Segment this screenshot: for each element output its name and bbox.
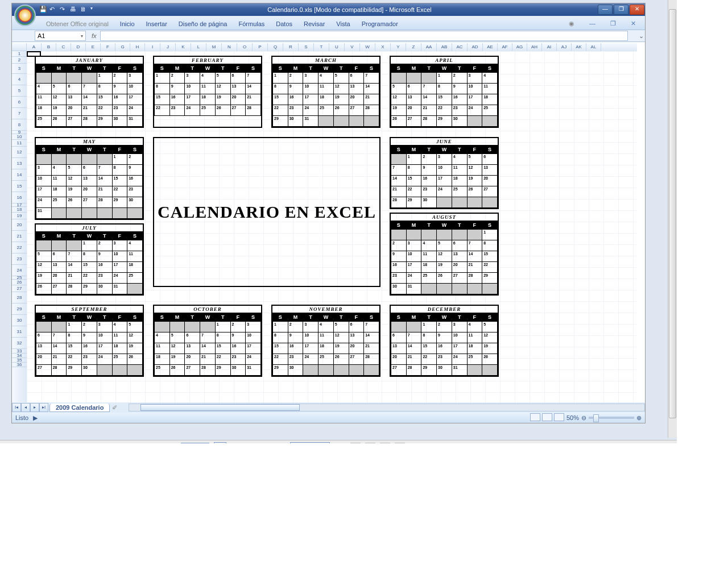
month-feb: FEBRUARYSMTWTFS1234567891011121314151617… — [153, 56, 262, 128]
row-headers[interactable]: 1234567891011121314151617181920212223242… — [12, 51, 27, 402]
zoom-level[interactable]: 50% — [566, 414, 579, 421]
sheet-prev-icon[interactable]: ◂ — [21, 403, 30, 412]
maximize-button[interactable]: ❐ — [614, 5, 628, 15]
office-button[interactable] — [14, 5, 36, 26]
zoom-slider[interactable] — [589, 417, 634, 419]
nav-fwd-icon[interactable]: ➡ — [275, 443, 286, 444]
month-dec: DECEMBERSMTWTFS1234567891011121314151617… — [390, 305, 499, 377]
view-cont-facing-icon[interactable] — [395, 443, 405, 444]
outer-vscroll[interactable] — [668, 0, 677, 438]
month-apr: APRILSMTWTFS1234567891011121314151617181… — [390, 56, 499, 128]
view-buttons — [530, 413, 564, 422]
undo-icon[interactable]: ↶ — [49, 6, 57, 14]
month-sep: SEPTEMBERSMTWTFS123456789101112131415161… — [35, 305, 144, 377]
nav-back-icon[interactable]: ⬅ — [260, 443, 271, 444]
fx-icon[interactable]: fx — [88, 32, 100, 39]
month-jun: JUNESMTWTFS12345678910111213141516171819… — [390, 137, 499, 209]
qat-dropdown-icon[interactable]: ▾ — [90, 6, 98, 14]
month-aug: AUGUSTSMTWTFS123456789101112131415161718… — [390, 213, 499, 296]
viewer-nav-bar: I◂ ◂ ▸ ▸I ⬅ ➡ 117.71% Size: [11.00 * 8.5… — [0, 440, 677, 443]
tab-vista[interactable]: Vista — [330, 18, 355, 30]
zoom-out-icon[interactable]: ⊖ — [581, 414, 586, 422]
view-pagebreak-icon[interactable] — [554, 413, 564, 421]
sheet-next-icon[interactable]: ▸ — [30, 403, 39, 412]
view-layout-icon[interactable] — [542, 413, 552, 421]
status-text: Listo — [15, 414, 28, 421]
month-oct: OCTOBERSMTWTFS12345678910111213141516171… — [153, 305, 262, 377]
sheet-nav: I◂ ◂ ▸ ▸I — [12, 403, 48, 412]
page-next-icon[interactable]: ▸ — [231, 443, 241, 444]
formula-expand-icon[interactable]: ⌄ — [637, 32, 645, 40]
tab-revisar[interactable]: Revisar — [298, 18, 330, 30]
view-cont-icon[interactable] — [365, 443, 375, 444]
print-icon[interactable]: 🖶 — [70, 6, 78, 14]
page-last-icon[interactable]: ▸I — [246, 443, 256, 444]
doc-restore-icon[interactable]: ❐ — [605, 18, 622, 30]
sheet-tab[interactable]: 2009 Calendario — [49, 404, 110, 412]
tab-programador[interactable]: Programador — [356, 18, 404, 30]
formula-bar: A1 fx ⌄ — [12, 30, 645, 42]
ribbon-tabs: Obtener Office original Inicio Insertar … — [12, 16, 645, 30]
calendar-content: JANUARYSMTWTFS12345678910111213141516171… — [27, 51, 637, 377]
select-all-box[interactable] — [12, 43, 27, 51]
redo-icon[interactable]: ↷ — [60, 6, 68, 14]
sheet-last-icon[interactable]: ▸I — [39, 403, 48, 412]
month-mar: MARCHSMTWTFS1234567891011121314151617181… — [271, 56, 380, 128]
view-facing-icon[interactable] — [380, 443, 390, 444]
excel-window: 💾 ↶ ↷ 🖶 🗎 ▾ Calendario.0.xls [Modo de co… — [11, 3, 646, 423]
help-icon[interactable]: ◉ — [563, 18, 580, 30]
view-normal-icon[interactable] — [530, 413, 540, 421]
sheet-first-icon[interactable]: I◂ — [12, 403, 21, 412]
page-first-icon[interactable]: I◂ — [151, 443, 162, 444]
page-select[interactable] — [214, 442, 226, 444]
formula-input[interactable] — [100, 31, 628, 41]
status-bar: Listo ▶ 50% ⊖ ⊕ — [12, 413, 645, 423]
column-headers[interactable]: ABCDEFGHIJKLMNOPQRSTUVWXYZAAABACADAEAFAG… — [27, 43, 637, 51]
minimize-button[interactable]: — — [598, 5, 613, 15]
tab-diseno[interactable]: Diseño de página — [173, 18, 233, 30]
doc-close-icon[interactable]: ✕ — [625, 18, 642, 30]
name-box[interactable]: A1 — [35, 31, 86, 41]
page-viewer: 💾 ↶ ↷ 🖶 🗎 ▾ Calendario.0.xls [Modo de co… — [0, 0, 677, 443]
view-single-icon[interactable] — [350, 443, 361, 444]
month-may: MAYSMTWTFS123456789101112131415161718192… — [35, 137, 144, 220]
office-original-link[interactable]: Obtener Office original — [40, 18, 114, 30]
month-jan: JANUARYSMTWTFS12345678910111213141516171… — [35, 56, 144, 128]
doc-minimize-icon[interactable]: — — [584, 18, 601, 30]
macro-icon[interactable]: ▶ — [33, 414, 38, 422]
month-nov: NOVEMBERSMTWTFS1234567891011121314151617… — [271, 305, 380, 377]
tab-formulas[interactable]: Fórmulas — [233, 18, 270, 30]
save-icon[interactable]: 💾 — [39, 6, 47, 14]
page-input[interactable] — [181, 443, 209, 444]
page-prev-icon[interactable]: ◂ — [166, 443, 176, 444]
month-jul: JULYSMTWTFS12345678910111213141516171819… — [35, 223, 144, 296]
zoom-select[interactable]: 117.71% — [290, 442, 330, 444]
tab-datos[interactable]: Datos — [270, 18, 298, 30]
tab-inicio[interactable]: Inicio — [114, 18, 140, 30]
titlebar: 💾 ↶ ↷ 🖶 🗎 ▾ Calendario.0.xls [Modo de co… — [12, 3, 645, 16]
grid[interactable]: JANUARYSMTWTFS12345678910111213141516171… — [27, 51, 637, 402]
sheet-tab-bar: I◂ ◂ ▸ ▸I 2009 Calendario ✐ — [12, 402, 645, 413]
center-title: CALENDARIO EN EXCEL — [153, 137, 380, 287]
new-sheet-icon[interactable]: ✐ — [112, 404, 117, 411]
preview-icon[interactable]: 🗎 — [80, 6, 88, 14]
horizontal-scrollbar[interactable] — [129, 404, 645, 411]
window-buttons: — ❐ ✕ — [597, 4, 645, 15]
worksheet[interactable]: ABCDEFGHIJKLMNOPQRSTUVWXYZAAABACADAEAFAG… — [12, 43, 645, 402]
hscroll-thumb[interactable] — [140, 404, 300, 411]
window-title: Calendario.0.xls [Modo de compatibilidad… — [102, 6, 597, 13]
close-button[interactable]: ✕ — [630, 5, 644, 15]
tab-insertar[interactable]: Insertar — [140, 18, 173, 30]
zoom-in-icon[interactable]: ⊕ — [636, 414, 642, 422]
